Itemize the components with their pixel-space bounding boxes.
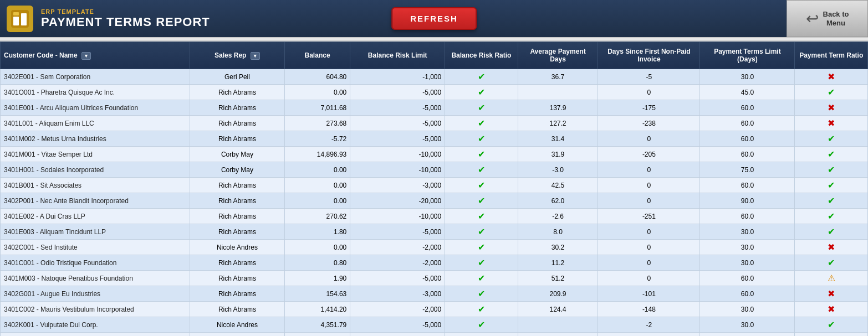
table-row[interactable]: 3401M002 - Metus Urna Industries Rich Ab… bbox=[1, 131, 868, 147]
cell-payment-term-ratio: ✔ bbox=[795, 317, 868, 333]
status-green-icon: ✔ bbox=[478, 103, 485, 112]
cell-sales-rep: Rich Abrams bbox=[190, 255, 284, 271]
cell-balance-risk-ratio: ✔ bbox=[445, 100, 518, 116]
cell-customer: 3401M003 - Natoque Penatibus Foundation bbox=[1, 271, 190, 286]
table-row[interactable]: 3401C001 - Odio Tristique Foundation Ric… bbox=[1, 255, 868, 271]
status-green-icon: ✔ bbox=[828, 211, 835, 221]
table-row[interactable]: 3401E003 - Aliquam Tincidunt LLP Rich Ab… bbox=[1, 224, 868, 240]
cell-balance-risk-limit: -10,000 bbox=[350, 209, 445, 224]
cell-payment-terms-limit: 30.0 bbox=[700, 240, 795, 255]
app-logo bbox=[7, 6, 33, 32]
status-green-icon: ✔ bbox=[478, 118, 485, 128]
table-row[interactable]: 3401E001 - Arcu Aliquam Ultrices Foundat… bbox=[1, 100, 868, 116]
salesrep-filter-btn[interactable]: ▼ bbox=[251, 52, 260, 60]
cell-days-since-first: 0 bbox=[598, 224, 700, 240]
status-green-icon: ✔ bbox=[828, 87, 835, 97]
col-balance-risk-limit: Balance Risk Limit bbox=[350, 42, 445, 69]
cell-balance-risk-limit: -5,000 bbox=[350, 116, 445, 131]
cell-balance-risk-ratio: ✔ bbox=[445, 193, 518, 209]
col-balance-risk-ratio: Balance Risk Ratio bbox=[445, 42, 518, 69]
table-row[interactable]: 3401E002 - A Dui Cras LLP Rich Abrams 27… bbox=[1, 209, 868, 224]
table-row[interactable]: 3401H001 - Sodales Incorporated Corby Ma… bbox=[1, 162, 868, 178]
cell-sales-rep: Rich Abrams bbox=[190, 100, 284, 116]
cell-balance-risk-ratio: ✔ bbox=[445, 69, 518, 85]
cell-days-since-first: 0 bbox=[598, 162, 700, 178]
status-green-icon: ✔ bbox=[478, 320, 485, 329]
cell-days-since-first: -2 bbox=[598, 317, 700, 333]
col-sales-rep: Sales Rep ▼ bbox=[190, 42, 284, 69]
cell-payment-term-ratio: ✔ bbox=[795, 131, 868, 147]
table-row[interactable]: 3402C001 - Sed Institute Nicole Andres 0… bbox=[1, 240, 868, 255]
app-subtitle: ERP TEMPLATE bbox=[41, 8, 210, 15]
cell-balance-risk-ratio: ✔ bbox=[445, 255, 518, 271]
cell-payment-terms-limit: 30.0 bbox=[700, 302, 795, 317]
cell-sales-rep: Corby May bbox=[190, 162, 284, 178]
cell-avg-payment-days: 51.2 bbox=[518, 271, 598, 286]
table-row[interactable]: 3402E001 - Sem Corporation Geri Pell 604… bbox=[1, 69, 868, 85]
cell-balance-risk-ratio: ✔ bbox=[445, 224, 518, 240]
cell-balance-risk-limit: -3,000 bbox=[350, 286, 445, 302]
refresh-button[interactable]: REFRESH bbox=[391, 7, 477, 30]
cell-balance-risk-limit: -1,000 bbox=[350, 69, 445, 85]
cell-balance: 1,414.20 bbox=[284, 302, 350, 317]
cell-days-since-first: 0 bbox=[598, 240, 700, 255]
cell-sales-rep: Rich Abrams bbox=[190, 286, 284, 302]
cell-balance-risk-ratio: ✔ bbox=[445, 302, 518, 317]
status-green-icon: ✔ bbox=[478, 72, 485, 81]
cell-days-since-first: -101 bbox=[598, 286, 700, 302]
cell-customer: 3402G001 - Augue Eu Industries bbox=[1, 286, 190, 302]
table-row[interactable]: 3402P001 - Nec Ante Blandit Incorporated… bbox=[1, 193, 868, 209]
cell-balance: 0.00 bbox=[284, 240, 350, 255]
customer-filter-btn[interactable]: ▼ bbox=[81, 52, 91, 60]
cell-payment-term-ratio: ✔ bbox=[795, 224, 868, 240]
cell-customer: 3401E003 - Aliquam Tincidunt LLP bbox=[1, 224, 190, 240]
table-row[interactable]: 3401M003 - Natoque Penatibus Foundation … bbox=[1, 271, 868, 286]
cell-balance-risk-limit: -5,000 bbox=[350, 271, 445, 286]
status-green-icon: ✔ bbox=[828, 134, 835, 143]
status-green-icon: ✔ bbox=[478, 87, 485, 97]
cell-payment-terms-limit: 60.0 bbox=[700, 271, 795, 286]
status-red-icon: ✖ bbox=[828, 72, 835, 81]
cell-sales-rep: Geri Pell bbox=[190, 69, 284, 85]
cell-customer: 3402E001 - Sem Corporation bbox=[1, 69, 190, 85]
cell-balance: -5.72 bbox=[284, 131, 350, 147]
col-customer: Customer Code - Name ▼ bbox=[1, 42, 190, 69]
cell-days-since-first: 0 bbox=[598, 333, 700, 337]
page-title: PAYMENT TERMS REPORT bbox=[41, 15, 210, 29]
cell-payment-terms-limit: 75.0 bbox=[700, 162, 795, 178]
cell-sales-rep: Rich Abrams bbox=[190, 193, 284, 209]
status-green-icon: ✔ bbox=[478, 258, 485, 267]
status-red-icon: ✖ bbox=[828, 289, 835, 298]
table-row[interactable]: 3402K001 - Vulputate Dui Corp. Nicole An… bbox=[1, 317, 868, 333]
cell-payment-term-ratio: ✔ bbox=[795, 162, 868, 178]
cell-customer: 3401C002 - Mauris Vestibulum Incorporate… bbox=[1, 302, 190, 317]
cell-balance: 273.68 bbox=[284, 116, 350, 131]
cell-payment-terms-limit: 30.0 bbox=[700, 255, 795, 271]
table-row[interactable]: 3402G001 - Augue Eu Industries Rich Abra… bbox=[1, 286, 868, 302]
table-row[interactable]: 3401O001 - Pharetra Quisque Ac Inc. Rich… bbox=[1, 85, 868, 100]
cell-customer: 3401O001 - Pharetra Quisque Ac Inc. bbox=[1, 85, 190, 100]
header: ERP TEMPLATE PAYMENT TERMS REPORT REFRES… bbox=[0, 0, 868, 37]
cell-balance: 1.80 bbox=[284, 224, 350, 240]
cell-balance-risk-limit: -5,000 bbox=[350, 317, 445, 333]
cell-balance-risk-limit: -2,000 bbox=[350, 302, 445, 317]
back-to-menu-button[interactable]: ↩ Back toMenu bbox=[787, 0, 868, 37]
cell-payment-terms-limit: 60.0 bbox=[700, 100, 795, 116]
cell-payment-term-ratio: ✔ bbox=[795, 178, 868, 193]
status-green-icon: ✔ bbox=[478, 227, 485, 236]
cell-payment-terms-limit: 60.0 bbox=[700, 147, 795, 162]
status-green-icon: ✔ bbox=[828, 180, 835, 190]
status-green-icon: ✔ bbox=[478, 211, 485, 221]
cell-days-since-first: -5 bbox=[598, 69, 700, 85]
svg-rect-3 bbox=[13, 12, 19, 15]
table-row[interactable]: 3401B001 - Sit Associates Rich Abrams 0.… bbox=[1, 178, 868, 193]
col-payment-term-ratio: Payment Term Ratio bbox=[795, 42, 868, 69]
cell-sales-rep: Nicole Andres bbox=[190, 240, 284, 255]
table-row[interactable]: 3402E002 - Ac Feugiat Institute Rich Abr… bbox=[1, 333, 868, 337]
table-row[interactable]: 3401C002 - Mauris Vestibulum Incorporate… bbox=[1, 302, 868, 317]
table-row[interactable]: 3401M001 - Vitae Semper Ltd Corby May 14… bbox=[1, 147, 868, 162]
table-row[interactable]: 3401L001 - Aliquam Enim LLC Rich Abrams … bbox=[1, 116, 868, 131]
col-avg-payment-days: Average Payment Days bbox=[518, 42, 598, 69]
cell-balance: 4,351.79 bbox=[284, 317, 350, 333]
cell-balance-risk-limit: -20,000 bbox=[350, 193, 445, 209]
